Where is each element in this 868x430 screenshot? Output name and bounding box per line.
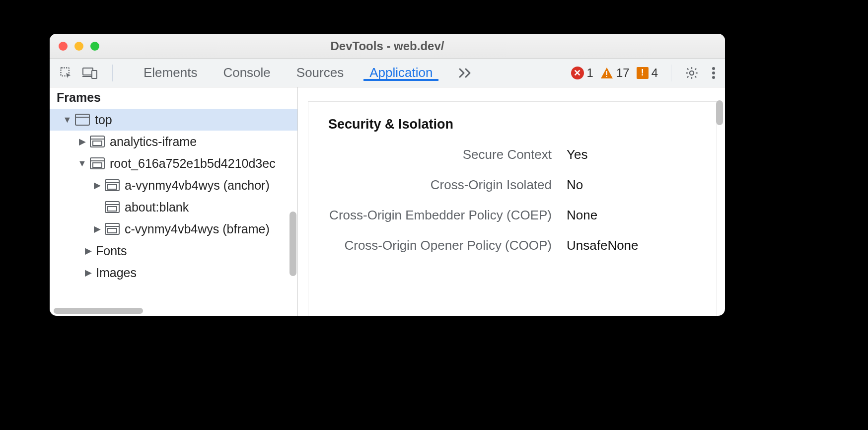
kv-row: Cross-Origin Opener Policy (COOP) Unsafe… (328, 238, 697, 253)
error-icon: ✕ (571, 67, 584, 79)
tree-item-about-blank[interactable]: about:blank (50, 196, 297, 218)
tree-label: about:blank (125, 200, 189, 215)
panel-section-title: Security & Isolation (328, 117, 697, 132)
svg-rect-3 (92, 71, 97, 78)
tree-label: top (95, 113, 112, 127)
tab-elements[interactable]: Elements (138, 65, 203, 80)
svg-point-6 (690, 71, 694, 74)
svg-rect-23 (108, 207, 117, 211)
kebab-menu-icon[interactable] (706, 66, 721, 80)
tree-label: a-vynmy4vb4wys (anchor) (125, 178, 270, 193)
tree-label: c-vynmy4vb4wys (bframe) (125, 222, 270, 236)
svg-rect-17 (93, 163, 102, 167)
kv-key: Secure Context (328, 147, 567, 162)
kv-value: No (567, 177, 583, 193)
tree-item-fonts[interactable]: ▶ Fonts (50, 240, 297, 262)
tree-label: Fonts (96, 244, 127, 258)
errors-badge[interactable]: ✕ 1 (571, 66, 593, 80)
tree-item-bframe[interactable]: ▶ c-vynmy4vb4wys (bframe) (50, 218, 297, 240)
chevrons-right-icon (458, 68, 473, 78)
svg-rect-26 (108, 228, 117, 233)
disclosure-down-icon[interactable]: ▼ (78, 158, 86, 169)
disclosure-right-icon[interactable]: ▶ (93, 180, 101, 191)
window-icon (75, 114, 90, 126)
iframe-icon (105, 179, 120, 191)
content-area: Frames ▼ top ▶ analytics-iframe (50, 87, 725, 316)
issues-count: 4 (651, 66, 658, 80)
gear-icon[interactable] (684, 66, 699, 80)
svg-point-9 (712, 76, 715, 79)
disclosure-right-icon[interactable]: ▶ (93, 223, 101, 234)
warnings-count: 17 (616, 66, 630, 80)
toolbar-left: Elements Console Sources Application (54, 65, 479, 81)
disclosure-right-icon[interactable]: ▶ (84, 267, 92, 278)
issues-badge[interactable]: ! 4 (637, 66, 658, 80)
tab-sources[interactable]: Sources (290, 65, 350, 80)
tree-label: analytics-iframe (110, 135, 197, 149)
zoom-window-button[interactable] (90, 42, 99, 51)
frames-tree: ▼ top ▶ analytics-iframe ▼ (50, 109, 297, 284)
main-scrollbar-vertical[interactable] (716, 100, 723, 125)
warnings-badge[interactable]: 17 (600, 66, 630, 80)
kv-row: Cross-Origin Embedder Policy (COEP) None (328, 208, 697, 223)
disclosure-right-icon[interactable]: ▶ (84, 245, 92, 256)
devtools-toolbar: Elements Console Sources Application ✕ 1 (50, 59, 725, 87)
kv-key: Cross-Origin Isolated (328, 177, 567, 193)
kv-row: Cross-Origin Isolated No (328, 177, 697, 193)
tree-item-analytics-iframe[interactable]: ▶ analytics-iframe (50, 131, 297, 152)
tree-label: Images (96, 266, 137, 280)
issues-icon: ! (637, 67, 649, 79)
inspect-element-icon[interactable] (59, 66, 73, 80)
devtools-window: DevTools - web.dev/ Elements Console (50, 34, 725, 316)
toolbar-separator (112, 65, 113, 81)
tree-item-top[interactable]: ▼ top (50, 109, 297, 131)
tab-application[interactable]: Application (363, 65, 438, 80)
titlebar: DevTools - web.dev/ (50, 34, 725, 59)
sidebar-header: Frames (50, 87, 297, 109)
svg-point-7 (712, 67, 715, 70)
kv-key: Cross-Origin Opener Policy (COOP) (328, 238, 567, 253)
minimize-window-button[interactable] (74, 42, 83, 51)
iframe-icon (105, 223, 120, 235)
svg-rect-20 (108, 185, 117, 189)
tree-item-images[interactable]: ▶ Images (50, 262, 297, 284)
tab-console[interactable]: Console (217, 65, 276, 80)
tabs-overflow[interactable] (452, 65, 479, 80)
traffic-lights (59, 42, 99, 51)
kv-row: Secure Context Yes (328, 147, 697, 162)
tree-item-anchor[interactable]: ▶ a-vynmy4vb4wys (anchor) (50, 174, 297, 196)
kv-value: UnsafeNone (567, 238, 639, 253)
device-toggle-icon[interactable] (82, 66, 97, 80)
tree-label: root_616a752e1b5d4210d3ec (110, 156, 276, 171)
svg-rect-5 (606, 76, 607, 77)
svg-rect-14 (93, 141, 102, 145)
devtools-tabs: Elements Console Sources Application (138, 65, 479, 80)
window-title: DevTools - web.dev/ (50, 39, 725, 53)
svg-rect-4 (606, 71, 607, 75)
svg-point-8 (712, 72, 715, 74)
warning-icon (600, 67, 613, 79)
tree-item-root[interactable]: ▼ root_616a752e1b5d4210d3ec (50, 152, 297, 174)
disclosure-down-icon[interactable]: ▼ (64, 115, 71, 125)
kv-value: Yes (567, 147, 587, 162)
iframe-icon (90, 136, 105, 147)
iframe-icon (105, 201, 120, 213)
frames-sidebar: Frames ▼ top ▶ analytics-iframe (50, 87, 298, 316)
toolbar-separator-right (671, 65, 671, 81)
sidebar-scrollbar-vertical[interactable] (289, 212, 296, 276)
sidebar-scrollbar-horizontal[interactable] (54, 308, 143, 314)
disclosure-right-icon[interactable]: ▶ (78, 136, 86, 147)
main-panel: Security & Isolation Secure Context Yes … (298, 87, 725, 316)
close-window-button[interactable] (59, 42, 68, 51)
security-isolation-panel: Security & Isolation Secure Context Yes … (308, 101, 717, 316)
errors-count: 1 (587, 66, 593, 80)
iframe-icon (90, 157, 105, 169)
toolbar-right: ✕ 1 17 ! 4 (571, 65, 721, 81)
kv-key: Cross-Origin Embedder Policy (COEP) (328, 208, 567, 223)
kv-value: None (567, 208, 597, 223)
svg-rect-10 (75, 114, 89, 125)
